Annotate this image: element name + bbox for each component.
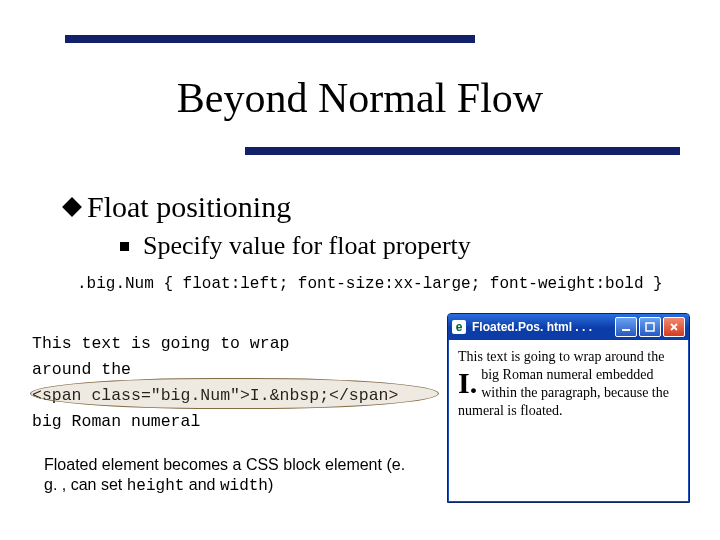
window-buttons — [615, 317, 685, 337]
caption-close: ) — [268, 476, 273, 493]
decorative-rule-top — [65, 35, 475, 43]
caption-code-width: width — [220, 477, 268, 495]
rendered-big-roman-numeral: I. — [458, 368, 477, 398]
browser-titlebar[interactable]: e Floated.Pos. html . . . — [448, 314, 689, 340]
src-line-4: big Roman numeral — [32, 412, 200, 431]
src-line-2: around the — [32, 360, 131, 379]
slide-title: Beyond Normal Flow — [0, 74, 720, 122]
caption-code-height: height — [127, 477, 185, 495]
browser-favicon-icon: e — [452, 320, 466, 334]
svg-rect-1 — [646, 323, 654, 331]
minimize-button[interactable] — [615, 317, 637, 337]
browser-body: This text is going to wrap around the bi… — [448, 340, 689, 428]
svg-rect-0 — [622, 329, 630, 331]
close-icon — [669, 322, 679, 332]
css-rule-code: .big.Num { float:left; font-size:xx-larg… — [77, 275, 663, 293]
maximize-button[interactable] — [639, 317, 661, 337]
diamond-bullet-icon — [62, 197, 82, 217]
html-source-snippet: This text is going to wrap around the <s… — [32, 331, 437, 435]
close-button[interactable] — [663, 317, 685, 337]
bullet-level2: Specify value for float property — [120, 231, 471, 261]
src-line-1: This text is going to wrap — [32, 334, 289, 353]
src-line-3-highlighted: <span class="big.Num">I.&nbsp;</span> — [32, 386, 398, 405]
bullet-level1-label: Float positioning — [87, 190, 291, 224]
caption-text: Floated element becomes a CSS block elem… — [44, 455, 414, 496]
bullet-level1: Float positioning — [65, 190, 291, 224]
browser-window: e Floated.Pos. html . . . This text is g… — [447, 313, 690, 503]
minimize-icon — [621, 322, 631, 332]
maximize-icon — [645, 322, 655, 332]
slide: Beyond Normal Flow Float positioning Spe… — [0, 0, 720, 540]
square-bullet-icon — [120, 242, 129, 251]
caption-and: and — [184, 476, 220, 493]
bullet-level2-label: Specify value for float property — [143, 231, 471, 261]
browser-window-title: Floated.Pos. html . . . — [472, 320, 609, 334]
decorative-rule-mid — [245, 147, 680, 155]
